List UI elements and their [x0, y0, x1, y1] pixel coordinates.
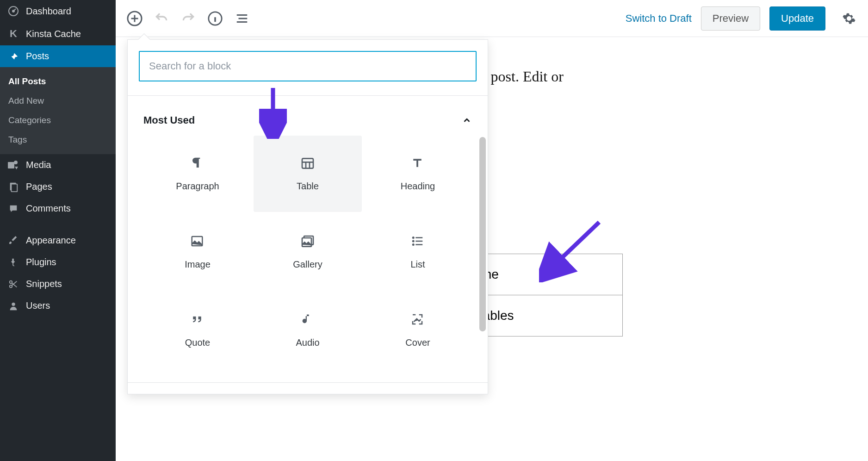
sidebar-label: Appearance: [26, 235, 76, 246]
update-button[interactable]: Update: [769, 6, 825, 31]
pages-icon: [7, 182, 19, 192]
block-quote[interactable]: Quote: [143, 292, 252, 368]
sidebar-item-kinsta-cache[interactable]: K Kinsta Cache: [0, 22, 116, 45]
block-label: Image: [185, 259, 211, 270]
admin-sidebar: Dashboard K Kinsta Cache Posts All Posts…: [0, 0, 116, 461]
paragraph-icon: [190, 156, 205, 171]
sidebar-label: Comments: [26, 203, 71, 214]
undo-button[interactable]: [152, 9, 171, 28]
sub-tags[interactable]: Tags: [0, 130, 116, 150]
media-icon: [7, 160, 19, 170]
pin-icon: [7, 51, 19, 62]
sidebar-item-comments[interactable]: Comments: [0, 198, 116, 219]
block-gallery[interactable]: Gallery: [254, 214, 362, 290]
list-icon: [410, 234, 425, 249]
block-label: Heading: [401, 181, 435, 192]
sidebar-label: Dashboard: [26, 6, 71, 17]
block-list[interactable]: List: [364, 214, 472, 290]
sidebar-item-plugins[interactable]: Plugins: [0, 251, 116, 273]
svg-point-17: [412, 240, 415, 243]
posts-submenu: All Posts Add New Categories Tags: [0, 67, 116, 154]
switch-to-draft-link[interactable]: Switch to Draft: [626, 12, 692, 25]
sub-add-new[interactable]: Add New: [0, 91, 116, 111]
svg-rect-18: [415, 241, 422, 242]
plug-icon: [7, 257, 19, 268]
sidebar-item-snippets[interactable]: Snippets: [0, 273, 116, 295]
block-table[interactable]: Table: [254, 136, 362, 212]
add-block-button[interactable]: [125, 9, 144, 28]
sidebar-label: Plugins: [26, 257, 56, 268]
sidebar-item-media[interactable]: Media: [0, 154, 116, 176]
svg-line-22: [548, 222, 599, 271]
kinsta-icon: K: [7, 28, 19, 40]
block-label: Audio: [296, 337, 319, 348]
block-image[interactable]: Image: [143, 214, 252, 290]
inserter-scrollbar[interactable]: [479, 137, 486, 331]
svg-rect-14: [302, 238, 311, 247]
annotation-arrow-down-icon: [259, 88, 287, 139]
svg-point-3: [14, 161, 18, 164]
sidebar-item-users[interactable]: Users: [0, 295, 116, 317]
quote-icon: [190, 312, 205, 327]
svg-point-19: [412, 243, 415, 246]
svg-rect-20: [415, 244, 422, 245]
svg-rect-16: [415, 237, 422, 238]
block-audio[interactable]: Audio: [254, 292, 362, 368]
inserter-section-title: Most Used: [143, 114, 195, 126]
comments-icon: [7, 204, 19, 214]
brush-icon: [7, 236, 19, 246]
dashboard-icon: [7, 6, 19, 17]
preview-button[interactable]: Preview: [701, 6, 760, 31]
sub-categories[interactable]: Categories: [0, 111, 116, 130]
editor-topbar: Switch to Draft Preview Update: [116, 0, 868, 37]
annotation-arrow-diag-icon: [539, 218, 608, 282]
sidebar-label: Media: [26, 160, 51, 170]
gallery-icon: [300, 234, 315, 249]
sidebar-label: Snippets: [26, 279, 62, 289]
cover-icon: [410, 312, 425, 327]
block-heading[interactable]: Heading: [364, 136, 472, 212]
block-search-input[interactable]: [139, 51, 477, 81]
block-paragraph[interactable]: Paragraph: [143, 136, 252, 212]
sidebar-label: Users: [26, 300, 50, 311]
audio-icon: [300, 312, 315, 327]
svg-rect-5: [11, 184, 17, 192]
block-label: Quote: [185, 337, 210, 348]
svg-point-8: [12, 302, 15, 305]
scissors-icon: [7, 279, 19, 289]
block-label: List: [410, 259, 425, 270]
outline-button[interactable]: [232, 9, 252, 28]
block-label: Cover: [405, 337, 430, 348]
block-label: Paragraph: [176, 181, 219, 192]
settings-button[interactable]: [839, 9, 859, 28]
chevron-up-icon[interactable]: [462, 115, 472, 125]
svg-rect-11: [302, 158, 313, 168]
block-label: Gallery: [293, 259, 322, 270]
svg-point-1: [12, 10, 14, 12]
sidebar-item-dashboard[interactable]: Dashboard: [0, 0, 116, 22]
user-icon: [7, 301, 19, 311]
info-button[interactable]: [205, 9, 225, 28]
svg-rect-2: [8, 162, 14, 168]
sidebar-item-posts[interactable]: Posts: [0, 45, 116, 67]
sidebar-item-pages[interactable]: Pages: [0, 176, 116, 198]
sidebar-label: Posts: [26, 51, 49, 62]
table-icon: [300, 156, 315, 171]
sub-all-posts[interactable]: All Posts: [0, 72, 116, 91]
block-cover[interactable]: Cover: [364, 292, 472, 368]
sidebar-label: Kinsta Cache: [26, 29, 81, 39]
heading-icon: [410, 156, 425, 171]
image-icon: [190, 234, 205, 249]
svg-point-15: [412, 237, 415, 239]
sidebar-label: Pages: [26, 181, 52, 192]
sidebar-item-appearance[interactable]: Appearance: [0, 230, 116, 251]
block-label: Table: [297, 181, 319, 192]
block-inserter-panel: Most Used Paragraph Table Heading Image …: [127, 39, 488, 394]
redo-button[interactable]: [179, 9, 198, 28]
